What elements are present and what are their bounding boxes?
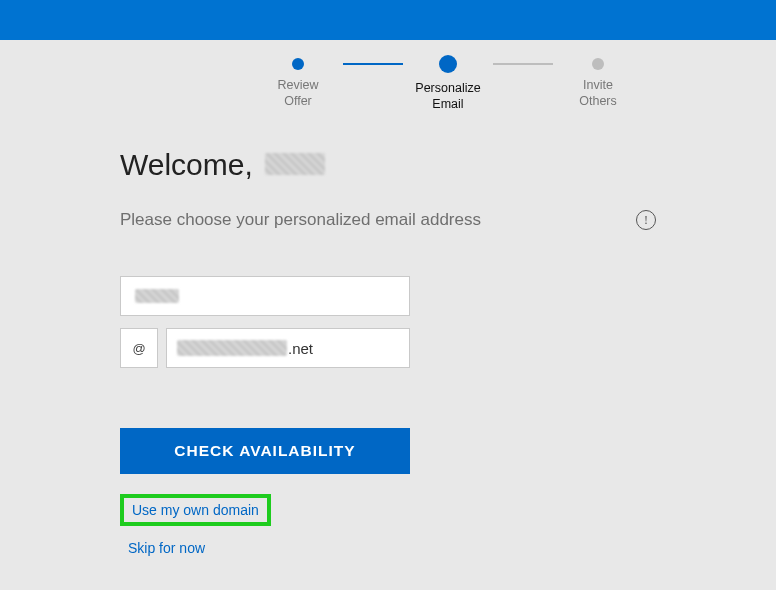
welcome-prefix: Welcome, [120, 148, 253, 182]
user-name-redacted [265, 153, 325, 175]
domain-suffix: .net [288, 340, 313, 357]
brand-top-bar [0, 0, 776, 40]
step-connector [493, 63, 553, 65]
email-domain-value-redacted [177, 340, 287, 356]
progress-stepper: ReviewOffer PersonalizeEmail InviteOther… [120, 58, 776, 112]
email-local-input[interactable] [120, 276, 410, 316]
skip-for-now-link[interactable]: Skip for now [120, 538, 213, 556]
step-dot [439, 55, 457, 73]
step-dot [292, 58, 304, 70]
check-availability-button[interactable]: CHECK AVAILABILITY [120, 428, 410, 474]
step-connector [343, 63, 403, 65]
welcome-heading: Welcome, [120, 148, 656, 182]
use-my-own-domain-link[interactable]: Use my own domain [120, 494, 271, 526]
page-subtitle: Please choose your personalized email ad… [120, 210, 481, 230]
step-personalize-email: PersonalizeEmail [403, 58, 493, 112]
info-icon[interactable] [636, 210, 656, 230]
step-label: InviteOthers [579, 78, 617, 109]
step-label: ReviewOffer [278, 78, 319, 109]
email-domain-input[interactable]: .net [166, 328, 410, 368]
step-label: PersonalizeEmail [415, 81, 480, 112]
email-local-value-redacted [135, 289, 179, 303]
step-dot [592, 58, 604, 70]
at-symbol-box: @ [120, 328, 158, 368]
step-review-offer: ReviewOffer [253, 58, 343, 109]
step-invite-others: InviteOthers [553, 58, 643, 109]
